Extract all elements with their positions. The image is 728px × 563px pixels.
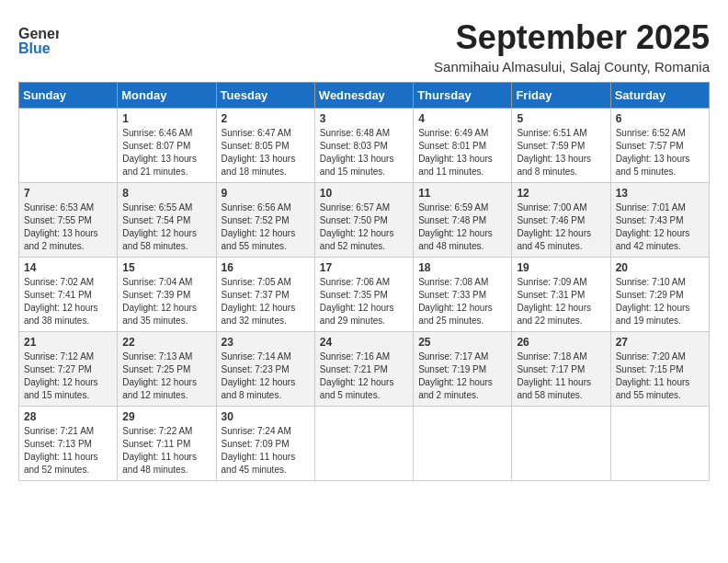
calendar-cell: 16Sunrise: 7:05 AM Sunset: 7:37 PM Dayli… — [216, 258, 314, 332]
day-info: Sunrise: 7:22 AM Sunset: 7:11 PM Dayligh… — [122, 425, 210, 477]
calendar-cell: 12Sunrise: 7:00 AM Sunset: 7:46 PM Dayli… — [512, 183, 610, 258]
calendar-cell: 6Sunrise: 6:52 AM Sunset: 7:57 PM Daylig… — [610, 109, 709, 183]
day-info: Sunrise: 7:16 AM Sunset: 7:21 PM Dayligh… — [320, 350, 408, 402]
day-info: Sunrise: 7:20 AM Sunset: 7:15 PM Dayligh… — [616, 350, 704, 402]
day-info: Sunrise: 6:56 AM Sunset: 7:52 PM Dayligh… — [222, 201, 310, 253]
day-number: 21 — [24, 336, 112, 349]
day-number: 15 — [122, 261, 210, 274]
svg-text:Blue: Blue — [18, 40, 51, 56]
day-info: Sunrise: 7:09 AM Sunset: 7:31 PM Dayligh… — [517, 276, 605, 327]
calendar-cell: 2Sunrise: 6:47 AM Sunset: 8:05 PM Daylig… — [216, 109, 314, 183]
month-title: September 2025 — [434, 18, 710, 57]
day-number: 20 — [616, 261, 704, 274]
day-number: 13 — [616, 187, 704, 200]
day-info: Sunrise: 7:10 AM Sunset: 7:29 PM Dayligh… — [616, 276, 704, 327]
day-number: 30 — [222, 410, 310, 423]
calendar-header-row: SundayMondayTuesdayWednesdayThursdayFrid… — [19, 83, 710, 109]
calendar-cell: 23Sunrise: 7:14 AM Sunset: 7:23 PM Dayli… — [216, 332, 314, 407]
calendar-cell — [314, 407, 413, 481]
day-info: Sunrise: 7:05 AM Sunset: 7:37 PM Dayligh… — [222, 276, 310, 327]
calendar-cell: 30Sunrise: 7:24 AM Sunset: 7:09 PM Dayli… — [216, 407, 314, 481]
calendar-cell — [19, 109, 118, 183]
title-section: September 2025 Sanmihaiu Almasului, Sala… — [434, 18, 710, 75]
day-number: 11 — [418, 187, 506, 200]
day-info: Sunrise: 6:48 AM Sunset: 8:03 PM Dayligh… — [320, 127, 408, 178]
day-info: Sunrise: 7:14 AM Sunset: 7:23 PM Dayligh… — [222, 350, 310, 402]
calendar-table: SundayMondayTuesdayWednesdayThursdayFrid… — [18, 82, 710, 481]
week-row-4: 21Sunrise: 7:12 AM Sunset: 7:27 PM Dayli… — [19, 332, 710, 407]
day-number: 2 — [222, 112, 310, 125]
day-number: 28 — [24, 410, 112, 423]
day-info: Sunrise: 6:51 AM Sunset: 7:59 PM Dayligh… — [517, 127, 605, 178]
page-header: General Blue September 2025 Sanmihaiu Al… — [18, 18, 710, 75]
calendar-cell: 21Sunrise: 7:12 AM Sunset: 7:27 PM Dayli… — [19, 332, 118, 407]
calendar-cell: 3Sunrise: 6:48 AM Sunset: 8:03 PM Daylig… — [314, 109, 413, 183]
day-number: 26 — [517, 336, 605, 349]
week-row-5: 28Sunrise: 7:21 AM Sunset: 7:13 PM Dayli… — [19, 407, 710, 481]
day-info: Sunrise: 7:13 AM Sunset: 7:25 PM Dayligh… — [122, 350, 210, 402]
day-number: 8 — [122, 187, 210, 200]
day-number: 7 — [24, 187, 112, 200]
header-sunday: Sunday — [19, 83, 118, 109]
calendar-cell: 28Sunrise: 7:21 AM Sunset: 7:13 PM Dayli… — [19, 407, 118, 481]
calendar-cell: 1Sunrise: 6:46 AM Sunset: 8:07 PM Daylig… — [118, 109, 216, 183]
day-number: 27 — [616, 336, 704, 349]
calendar-cell: 22Sunrise: 7:13 AM Sunset: 7:25 PM Dayli… — [118, 332, 216, 407]
subtitle: Sanmihaiu Almasului, Salaj County, Roman… — [434, 59, 710, 75]
calendar-cell: 10Sunrise: 6:57 AM Sunset: 7:50 PM Dayli… — [314, 183, 413, 258]
calendar-cell: 15Sunrise: 7:04 AM Sunset: 7:39 PM Dayli… — [118, 258, 216, 332]
header-thursday: Thursday — [414, 83, 512, 109]
calendar-cell: 11Sunrise: 6:59 AM Sunset: 7:48 PM Dayli… — [414, 183, 512, 258]
day-info: Sunrise: 6:53 AM Sunset: 7:55 PM Dayligh… — [24, 201, 112, 253]
day-number: 1 — [122, 112, 210, 125]
calendar-cell: 29Sunrise: 7:22 AM Sunset: 7:11 PM Dayli… — [118, 407, 216, 481]
day-info: Sunrise: 6:47 AM Sunset: 8:05 PM Dayligh… — [222, 127, 310, 178]
week-row-3: 14Sunrise: 7:02 AM Sunset: 7:41 PM Dayli… — [19, 258, 710, 332]
day-info: Sunrise: 7:06 AM Sunset: 7:35 PM Dayligh… — [320, 276, 408, 327]
day-info: Sunrise: 7:08 AM Sunset: 7:33 PM Dayligh… — [418, 276, 506, 327]
day-number: 19 — [517, 261, 605, 274]
calendar-cell: 20Sunrise: 7:10 AM Sunset: 7:29 PM Dayli… — [610, 258, 709, 332]
week-row-2: 7Sunrise: 6:53 AM Sunset: 7:55 PM Daylig… — [19, 183, 710, 258]
calendar-cell: 7Sunrise: 6:53 AM Sunset: 7:55 PM Daylig… — [19, 183, 118, 258]
calendar-cell: 26Sunrise: 7:18 AM Sunset: 7:17 PM Dayli… — [512, 332, 610, 407]
day-info: Sunrise: 7:21 AM Sunset: 7:13 PM Dayligh… — [24, 425, 112, 477]
logo: General Blue — [18, 18, 59, 63]
day-info: Sunrise: 6:57 AM Sunset: 7:50 PM Dayligh… — [320, 201, 408, 253]
calendar-cell: 13Sunrise: 7:01 AM Sunset: 7:43 PM Dayli… — [610, 183, 709, 258]
day-number: 10 — [320, 187, 408, 200]
day-info: Sunrise: 7:01 AM Sunset: 7:43 PM Dayligh… — [616, 201, 704, 253]
day-info: Sunrise: 7:24 AM Sunset: 7:09 PM Dayligh… — [222, 425, 310, 477]
calendar-cell: 25Sunrise: 7:17 AM Sunset: 7:19 PM Dayli… — [414, 332, 512, 407]
day-info: Sunrise: 6:46 AM Sunset: 8:07 PM Dayligh… — [122, 127, 210, 178]
day-info: Sunrise: 7:18 AM Sunset: 7:17 PM Dayligh… — [517, 350, 605, 402]
day-number: 29 — [122, 410, 210, 423]
day-info: Sunrise: 6:59 AM Sunset: 7:48 PM Dayligh… — [418, 201, 506, 253]
calendar-cell: 27Sunrise: 7:20 AM Sunset: 7:15 PM Dayli… — [610, 332, 709, 407]
header-monday: Monday — [118, 83, 216, 109]
calendar-cell: 9Sunrise: 6:56 AM Sunset: 7:52 PM Daylig… — [216, 183, 314, 258]
svg-text:General: General — [18, 26, 59, 41]
calendar-cell — [610, 407, 709, 481]
calendar-cell: 24Sunrise: 7:16 AM Sunset: 7:21 PM Dayli… — [314, 332, 413, 407]
logo-mark: General Blue — [18, 18, 59, 63]
day-info: Sunrise: 7:12 AM Sunset: 7:27 PM Dayligh… — [24, 350, 112, 402]
day-number: 4 — [418, 112, 506, 125]
calendar-cell — [414, 407, 512, 481]
day-number: 6 — [616, 112, 704, 125]
day-info: Sunrise: 7:04 AM Sunset: 7:39 PM Dayligh… — [122, 276, 210, 327]
day-number: 9 — [222, 187, 310, 200]
day-number: 14 — [24, 261, 112, 274]
calendar-cell: 8Sunrise: 6:55 AM Sunset: 7:54 PM Daylig… — [118, 183, 216, 258]
calendar-cell: 18Sunrise: 7:08 AM Sunset: 7:33 PM Dayli… — [414, 258, 512, 332]
day-number: 5 — [517, 112, 605, 125]
day-info: Sunrise: 6:49 AM Sunset: 8:01 PM Dayligh… — [418, 127, 506, 178]
calendar-cell — [512, 407, 610, 481]
calendar-cell: 14Sunrise: 7:02 AM Sunset: 7:41 PM Dayli… — [19, 258, 118, 332]
day-info: Sunrise: 7:00 AM Sunset: 7:46 PM Dayligh… — [517, 201, 605, 253]
calendar-cell: 19Sunrise: 7:09 AM Sunset: 7:31 PM Dayli… — [512, 258, 610, 332]
logo-icon: General Blue — [18, 18, 59, 59]
header-friday: Friday — [512, 83, 610, 109]
day-number: 3 — [320, 112, 408, 125]
day-info: Sunrise: 6:52 AM Sunset: 7:57 PM Dayligh… — [616, 127, 704, 178]
